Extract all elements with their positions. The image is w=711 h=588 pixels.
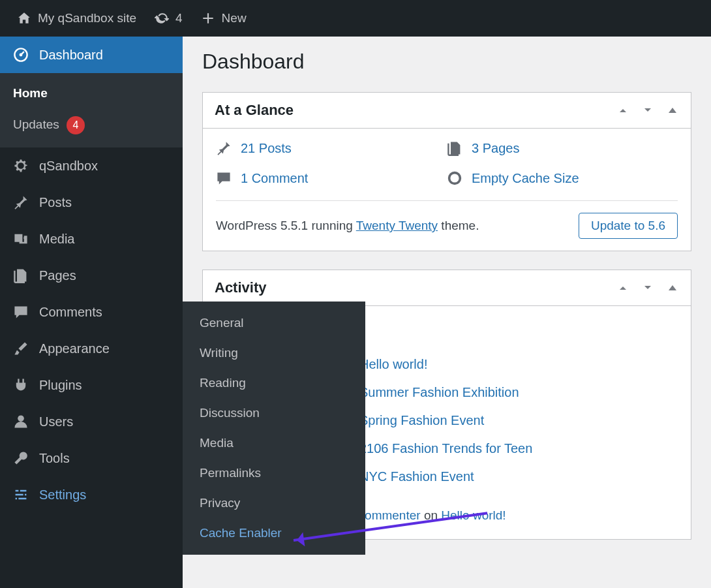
updates-badge: 4 xyxy=(67,116,85,134)
menu-pages-label: Pages xyxy=(39,268,76,283)
refresh-icon xyxy=(155,11,169,25)
menu-comments[interactable]: Comments xyxy=(0,294,183,330)
glance-footer: WordPress 5.5.1 running Twenty Twenty th… xyxy=(216,200,678,239)
media-icon xyxy=(13,231,30,247)
menu-tools[interactable]: Tools xyxy=(0,440,183,476)
menu-qsandbox-label: qSandbox xyxy=(39,159,98,174)
glance-version-text: WordPress 5.5.1 running Twenty Twenty th… xyxy=(216,219,479,233)
menu-media[interactable]: Media xyxy=(0,221,183,257)
glance-grid: 21 Posts 3 Pages 1 Comment Empty Cache S… xyxy=(216,140,678,186)
settings-writing[interactable]: Writing xyxy=(183,338,365,368)
activity-link[interactable]: Summer Fashion Exhibition xyxy=(359,385,519,400)
menu-tools-label: Tools xyxy=(39,451,70,466)
glance-title: At a Glance xyxy=(215,102,294,119)
adminbar-updates[interactable]: 4 xyxy=(145,0,192,37)
menu-dashboard[interactable]: Dashboard xyxy=(0,37,183,73)
panel-header: At a Glance xyxy=(203,93,691,129)
settings-permalinks[interactable]: Permalinks xyxy=(183,458,365,488)
glance-body: 21 Posts 3 Pages 1 Comment Empty Cache S… xyxy=(203,129,691,251)
menu-dashboard-label: Dashboard xyxy=(39,48,103,63)
menu-posts-label: Posts xyxy=(39,195,72,210)
plus-icon xyxy=(201,11,215,25)
menu-pages[interactable]: Pages xyxy=(0,257,183,294)
chevron-up-icon[interactable] xyxy=(616,104,629,117)
menu-appearance-label: Appearance xyxy=(39,341,110,356)
settings-flyout: General Writing Reading Discussion Media… xyxy=(183,302,365,555)
menu-users[interactable]: Users xyxy=(0,403,183,440)
svg-point-4 xyxy=(449,173,461,184)
glance-pages-link[interactable]: 3 Pages xyxy=(472,141,519,156)
settings-media[interactable]: Media xyxy=(183,428,365,458)
collapse-icon[interactable] xyxy=(666,104,679,117)
activity-link[interactable]: 2106 Fashion Trends for Teen xyxy=(359,441,532,456)
activity-header: Activity xyxy=(203,270,691,306)
activity-link[interactable]: NYC Fashion Event xyxy=(359,469,474,484)
adminbar-new-label: New xyxy=(222,11,247,25)
wrench-icon xyxy=(13,450,30,466)
glance-cache-link[interactable]: Empty Cache Size xyxy=(472,171,579,186)
admin-sidebar: Dashboard Home Updates 4 qSandbox Posts … xyxy=(0,37,183,588)
submenu-updates-label: Updates xyxy=(13,117,59,131)
user-icon xyxy=(13,414,30,429)
plugin-icon xyxy=(13,377,30,393)
submenu-home[interactable]: Home xyxy=(0,78,183,108)
svg-point-3 xyxy=(18,415,24,422)
pin-icon xyxy=(13,194,30,210)
settings-discussion[interactable]: Discussion xyxy=(183,398,365,428)
home-icon xyxy=(17,11,31,25)
glance-posts-link[interactable]: 21 Posts xyxy=(241,141,292,156)
panel-at-a-glance: At a Glance 21 Posts 3 Pages 1 Com xyxy=(202,92,691,251)
activity-link[interactable]: Spring Fashion Event xyxy=(359,413,484,428)
comment-icon xyxy=(216,170,232,186)
glance-comments: 1 Comment xyxy=(216,170,447,186)
adminbar-new[interactable]: New xyxy=(192,0,256,37)
adminbar-site[interactable]: My qSandbox site xyxy=(8,0,145,37)
sliders-icon xyxy=(13,487,30,503)
collapse-icon[interactable] xyxy=(666,281,679,294)
svg-point-1 xyxy=(20,54,23,57)
activity-link[interactable]: Hello world! xyxy=(359,357,427,372)
panel-controls xyxy=(616,281,679,294)
settings-reading[interactable]: Reading xyxy=(183,368,365,398)
menu-plugins[interactable]: Plugins xyxy=(0,367,183,403)
update-button[interactable]: Update to 5.6 xyxy=(579,213,678,239)
page-title: Dashboard xyxy=(202,50,691,74)
glance-posts: 21 Posts xyxy=(216,140,447,156)
brush-icon xyxy=(13,341,30,356)
menu-media-label: Media xyxy=(39,232,74,247)
dashboard-icon xyxy=(13,47,30,63)
activity-title: Activity xyxy=(215,279,266,296)
gear-icon xyxy=(13,158,30,174)
menu-qsandbox[interactable]: qSandbox xyxy=(0,147,183,184)
pin-icon xyxy=(216,140,232,156)
glance-comments-link[interactable]: 1 Comment xyxy=(241,171,308,186)
menu-posts[interactable]: Posts xyxy=(0,184,183,221)
panel-controls xyxy=(616,104,679,117)
chevron-up-icon[interactable] xyxy=(616,281,629,294)
menu-plugins-label: Plugins xyxy=(39,378,82,393)
settings-privacy[interactable]: Privacy xyxy=(183,488,365,518)
cache-icon xyxy=(447,170,462,186)
pages-icon xyxy=(13,268,30,283)
glance-pages: 3 Pages xyxy=(447,140,678,156)
menu-appearance[interactable]: Appearance xyxy=(0,330,183,367)
chevron-down-icon[interactable] xyxy=(641,281,654,294)
glance-cache: Empty Cache Size xyxy=(447,170,678,186)
svg-point-2 xyxy=(23,237,26,240)
annotation-arrow xyxy=(294,539,489,542)
menu-settings[interactable]: Settings xyxy=(0,476,183,513)
menu-comments-label: Comments xyxy=(39,305,102,320)
theme-link[interactable]: Twenty Twenty xyxy=(356,219,438,232)
submenu-updates[interactable]: Updates 4 xyxy=(0,108,183,142)
admin-bar: My qSandbox site 4 New xyxy=(0,0,711,37)
pages-icon xyxy=(447,140,462,156)
menu-settings-label: Settings xyxy=(39,487,86,503)
adminbar-updates-count: 4 xyxy=(175,11,183,25)
menu-users-label: Users xyxy=(39,414,73,429)
comment-icon xyxy=(13,304,30,320)
chevron-down-icon[interactable] xyxy=(641,104,654,117)
submenu-dashboard: Home Updates 4 xyxy=(0,73,183,147)
adminbar-site-name: My qSandbox site xyxy=(38,11,136,25)
settings-general[interactable]: General xyxy=(183,308,365,338)
